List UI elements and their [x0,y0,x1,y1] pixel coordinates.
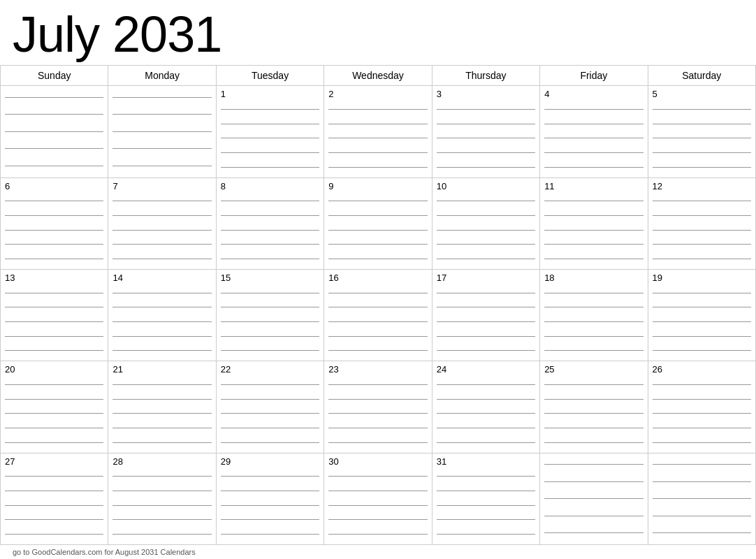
day-number: 20 [5,364,103,375]
day-cell: 30 [324,453,432,544]
day-header: Thursday [432,66,540,85]
lines-container [221,194,319,266]
lines-container [221,102,319,174]
day-number: 27 [5,456,103,467]
write-line [544,498,643,499]
lines-container [112,377,211,449]
write-line [437,336,535,337]
day-number: 21 [112,364,211,375]
write-line [328,201,427,201]
write-line [112,97,211,98]
lines-container [437,470,535,542]
write-line [437,259,535,259]
write-line [328,399,427,400]
week-row: 13141516171819 [1,270,756,361]
write-line [437,244,535,245]
write-line [328,109,427,110]
write-line [328,476,427,477]
day-number: 12 [653,181,751,191]
write-line [437,109,535,110]
day-number: 23 [328,364,427,375]
write-line [5,97,103,98]
day-number: 9 [328,181,427,191]
write-line [544,442,643,443]
write-line [653,152,751,153]
write-line [437,167,535,168]
lines-container [653,377,751,449]
write-line [437,384,535,385]
write-line [221,259,319,259]
write-line [221,293,319,293]
write-line [221,442,319,443]
write-line [544,124,643,124]
day-number: 5 [653,89,751,99]
week-row: 20212223242526 [1,361,756,453]
day-cell: 9 [324,178,432,269]
write-line [437,138,535,138]
write-line [437,399,535,400]
write-line [112,131,211,132]
day-cell: 26 [648,361,756,452]
lines-container [5,377,103,449]
write-line [437,152,535,153]
write-line [221,476,319,477]
write-line [112,114,211,115]
write-line [112,476,211,477]
day-cell: 10 [432,178,540,269]
write-line [544,244,643,245]
write-line [5,336,103,337]
lines-container [544,456,643,542]
write-line [437,413,535,414]
write-line [221,152,319,153]
write-line [112,201,211,201]
day-cell [108,86,216,177]
write-line [544,532,643,533]
day-number: 31 [437,456,535,467]
write-line [5,350,103,351]
write-line [544,384,643,385]
write-line [328,259,427,259]
write-line [653,230,751,231]
write-line [112,148,211,149]
calendar-container: July 2031 SundayMondayTuesdayWednesdayTh… [0,0,756,559]
write-line [221,201,319,201]
write-line [221,109,319,110]
write-line [112,307,211,307]
write-line [653,336,751,337]
write-line [221,350,319,351]
day-number: 16 [328,273,427,283]
day-header: Tuesday [217,66,324,85]
write-line [653,215,751,216]
write-line [5,534,103,535]
lines-container [653,456,751,542]
write-line [112,321,211,322]
day-cell: 5 [648,86,756,177]
lines-container [437,286,535,358]
lines-container [328,377,427,449]
lines-container [328,286,427,358]
day-cell: 20 [1,361,108,452]
write-line [653,350,751,351]
calendar-title: July 2031 [0,0,756,65]
lines-container [112,194,211,266]
day-number: 22 [221,364,319,375]
write-line [544,230,643,231]
write-line [5,399,103,400]
day-cell: 3 [432,86,540,177]
write-line [328,519,427,520]
write-line [653,321,751,322]
write-line [328,336,427,337]
write-line [328,124,427,124]
write-line [544,259,643,259]
day-number: 26 [653,364,751,375]
write-line [437,428,535,428]
write-line [112,399,211,400]
lines-container [653,286,751,358]
write-line [544,336,643,337]
write-line [5,505,103,506]
day-number: 11 [544,181,643,191]
day-cell: 27 [1,453,108,544]
write-line [112,442,211,443]
lines-container [221,286,319,358]
lines-container [5,286,103,358]
